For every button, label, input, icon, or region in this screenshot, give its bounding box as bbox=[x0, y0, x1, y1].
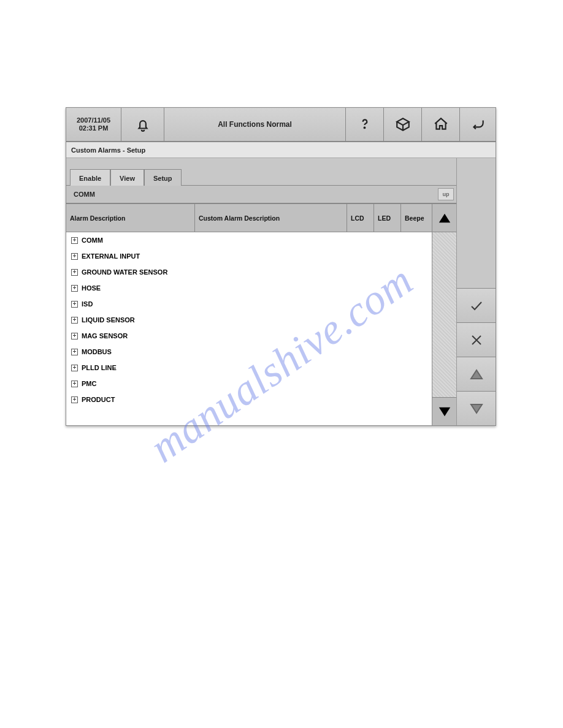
svg-marker-3 bbox=[471, 370, 482, 379]
expand-icon[interactable]: + bbox=[71, 333, 78, 339]
expand-icon[interactable]: + bbox=[71, 269, 78, 276]
table-content: Alarm Description Custom Alarm Descripti… bbox=[66, 204, 432, 425]
page-title: Custom Alarms - Setup bbox=[71, 146, 145, 154]
box-icon bbox=[395, 116, 411, 132]
row-label: PRODUCT bbox=[82, 396, 115, 403]
table-row[interactable]: +MODBUS bbox=[66, 344, 432, 360]
row-label: ISD bbox=[82, 300, 93, 308]
help-button[interactable] bbox=[346, 108, 384, 141]
cross-icon bbox=[469, 333, 484, 347]
category-up-button[interactable]: up bbox=[438, 188, 454, 200]
main-area: Enable View Setup COMM up Alarm Descript… bbox=[66, 158, 496, 425]
row-label: PMC bbox=[82, 380, 96, 387]
row-label: MAG SENSOR bbox=[82, 332, 128, 339]
col-beeper: Beepe bbox=[401, 204, 432, 232]
home-button[interactable] bbox=[422, 108, 460, 141]
top-toolbar: 2007/11/05 02:31 PM All Functions Normal bbox=[66, 108, 496, 142]
expand-icon[interactable]: + bbox=[71, 349, 78, 355]
row-label: MODBUS bbox=[82, 348, 112, 355]
return-arrow-icon bbox=[470, 116, 486, 132]
scroll-up-button[interactable] bbox=[432, 204, 456, 232]
confirm-button[interactable] bbox=[457, 288, 496, 322]
table-row[interactable]: +PLLD LINE bbox=[66, 360, 432, 376]
col-alarm-description: Alarm Description bbox=[66, 204, 195, 232]
scroll-track[interactable] bbox=[432, 232, 456, 397]
table-row[interactable]: +PMC bbox=[66, 376, 432, 392]
cancel-button[interactable] bbox=[457, 322, 496, 357]
table-body: +COMM+EXTERNAL INPUT+GROUND WATER SENSOR… bbox=[66, 232, 432, 425]
tab-enable[interactable]: Enable bbox=[70, 169, 110, 186]
page-up-button[interactable] bbox=[457, 357, 496, 391]
table-row[interactable]: +COMM bbox=[66, 232, 432, 248]
app-window: 2007/11/05 02:31 PM All Functions Normal bbox=[66, 107, 496, 426]
row-label: GROUND WATER SENSOR bbox=[82, 268, 167, 276]
row-label: HOSE bbox=[82, 284, 101, 292]
table-row[interactable]: +ISD bbox=[66, 296, 432, 312]
expand-icon[interactable]: + bbox=[71, 237, 78, 244]
status-text: All Functions Normal bbox=[164, 108, 346, 141]
tab-bar: Enable View Setup bbox=[66, 161, 456, 185]
page-down-button[interactable] bbox=[457, 391, 496, 425]
expand-icon[interactable]: + bbox=[71, 365, 78, 371]
table-row[interactable]: +HOSE bbox=[66, 280, 432, 296]
col-custom-alarm-description: Custom Alarm Description bbox=[195, 204, 347, 232]
row-label: LIQUID SENSOR bbox=[82, 316, 135, 324]
svg-marker-2 bbox=[439, 407, 450, 416]
table-header: Alarm Description Custom Alarm Descripti… bbox=[66, 204, 432, 232]
expand-icon[interactable]: + bbox=[71, 253, 78, 260]
check-icon bbox=[469, 298, 484, 313]
col-led: LED bbox=[374, 204, 401, 232]
row-label: COMM bbox=[82, 237, 103, 244]
row-label: EXTERNAL INPUT bbox=[82, 252, 140, 260]
back-button[interactable] bbox=[460, 108, 496, 141]
time-text: 02:31 PM bbox=[79, 124, 109, 132]
triangle-down-icon bbox=[438, 405, 451, 419]
date-text: 2007/11/05 bbox=[77, 116, 110, 124]
table-row[interactable]: +GROUND WATER SENSOR bbox=[66, 264, 432, 280]
datetime-display: 2007/11/05 02:31 PM bbox=[66, 108, 121, 141]
table-scrollbar bbox=[432, 204, 456, 425]
expand-icon[interactable]: + bbox=[71, 317, 78, 324]
tab-view[interactable]: View bbox=[110, 169, 144, 186]
left-pane: Enable View Setup COMM up Alarm Descript… bbox=[66, 158, 456, 425]
expand-icon[interactable]: + bbox=[71, 381, 78, 387]
col-lcd: LCD bbox=[347, 204, 374, 232]
table-row[interactable]: +LIQUID SENSOR bbox=[66, 312, 432, 328]
svg-marker-4 bbox=[471, 404, 482, 413]
triangle-up-icon bbox=[469, 367, 484, 382]
page-title-bar: Custom Alarms - Setup bbox=[66, 142, 496, 158]
triangle-down-icon bbox=[469, 401, 484, 416]
row-label: PLLD LINE bbox=[82, 364, 117, 371]
scroll-down-button[interactable] bbox=[432, 397, 456, 425]
question-icon bbox=[357, 116, 373, 132]
alarm-table: Alarm Description Custom Alarm Descripti… bbox=[66, 203, 456, 425]
expand-icon[interactable]: + bbox=[71, 396, 78, 403]
tab-setup[interactable]: Setup bbox=[144, 169, 182, 186]
table-row[interactable]: +EXTERNAL INPUT bbox=[66, 248, 432, 264]
right-spacer bbox=[457, 158, 496, 288]
table-row[interactable]: +PRODUCT bbox=[66, 392, 432, 408]
alarm-button[interactable] bbox=[121, 108, 164, 141]
table-row[interactable]: +MAG SENSOR bbox=[66, 328, 432, 344]
bell-icon bbox=[135, 116, 151, 132]
expand-icon[interactable]: + bbox=[71, 301, 78, 308]
svg-marker-1 bbox=[439, 213, 450, 222]
package-button[interactable] bbox=[384, 108, 422, 141]
expand-icon[interactable]: + bbox=[71, 285, 78, 292]
triangle-up-icon bbox=[438, 211, 451, 225]
home-icon bbox=[433, 116, 449, 132]
category-label: COMM bbox=[74, 191, 95, 198]
category-bar: COMM up bbox=[66, 185, 456, 203]
right-action-pane bbox=[456, 158, 496, 425]
